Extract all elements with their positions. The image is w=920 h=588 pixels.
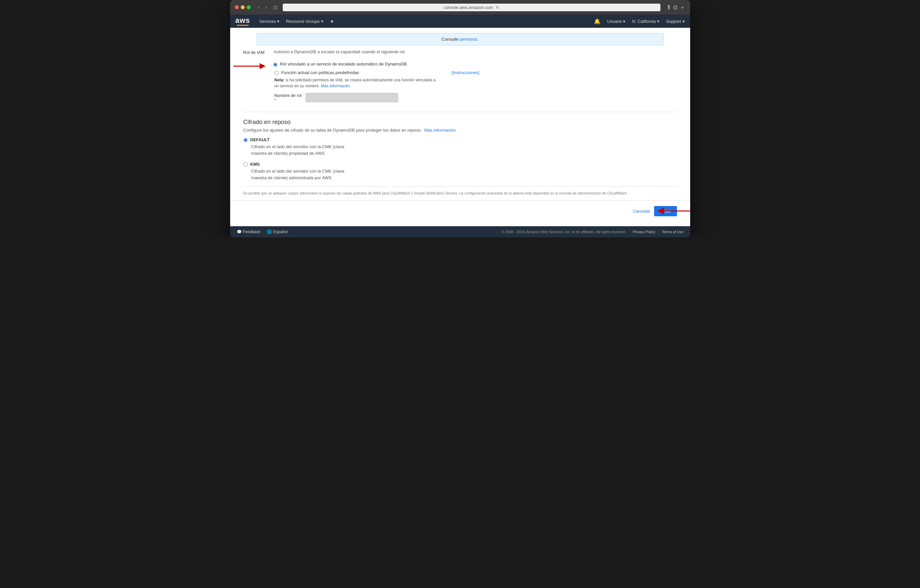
- services-chevron: ▾: [277, 19, 279, 24]
- user-chevron: ▾: [623, 19, 625, 24]
- create-button[interactable]: Crear: [654, 206, 677, 216]
- encrypt-default-row: DEFAULT: [243, 137, 677, 142]
- required-star: *: [274, 98, 301, 102]
- add-tab-button[interactable]: ＋: [680, 3, 685, 11]
- language-link[interactable]: 🌐 Español: [267, 230, 287, 234]
- permisos-link[interactable]: permisos: [460, 37, 477, 42]
- footer-note: Es posible que se apliquen cargos adicio…: [243, 186, 677, 201]
- cancel-button[interactable]: Cancelar: [633, 209, 650, 214]
- encryption-more-link[interactable]: Más información: [424, 128, 456, 133]
- kms-encryption-radio[interactable]: [243, 162, 248, 167]
- new-tab-button[interactable]: ⧉: [673, 3, 678, 11]
- action-row: Cancelar Crear: [230, 201, 690, 222]
- privacy-policy-link[interactable]: Privacy Policy: [633, 230, 655, 234]
- arrow-indicator-1: [233, 62, 267, 70]
- resource-groups-nav[interactable]: Resource Groups ▾: [286, 19, 324, 24]
- default-encryption-label[interactable]: DEFAULT: [250, 137, 270, 142]
- note-more-link[interactable]: Más información: [321, 84, 350, 88]
- address-bar[interactable]: console.aws.amazon.com ↻: [283, 4, 660, 11]
- main-content: Consulte permisos. Rol de IAM Autorizo a…: [230, 28, 690, 226]
- pin-nav[interactable]: ★: [330, 19, 334, 24]
- services-nav[interactable]: Services ▾: [259, 19, 279, 24]
- info-box-suffix: .: [477, 37, 478, 42]
- aws-navbar: aws Services ▾ Resource Groups ▾ ★ 🔔 Usu…: [230, 15, 690, 28]
- aws-wordmark: aws: [235, 17, 250, 24]
- bottom-bar: 💬 Feedback 🌐 Español © 2008 - 2019, Amaz…: [230, 226, 690, 237]
- feedback-link[interactable]: 💬 Feedback: [237, 230, 261, 234]
- role-name-label-group: Nombre de rol *: [274, 93, 301, 102]
- role-linked-radio[interactable]: [273, 63, 277, 67]
- minimize-button[interactable]: [241, 5, 245, 9]
- aws-logo: aws: [235, 17, 250, 26]
- default-encryption-radio[interactable]: [243, 138, 248, 142]
- note-text: si ha solicitado permisos de IAM, se cre…: [274, 78, 436, 88]
- instructions-link[interactable]: [Instrucciones]: [451, 70, 479, 75]
- tab-view-button[interactable]: ⊡: [271, 4, 279, 11]
- iam-section: Rol de IAM Autorizo a DynamoDB a escalar…: [230, 45, 690, 109]
- role-name-input[interactable]: [306, 93, 398, 102]
- services-label: Services: [259, 19, 276, 24]
- browser-actions: ⬆ ⧉ ＋: [666, 3, 685, 11]
- encrypt-options: DEFAULT Cifrado en el lado del servidor …: [243, 137, 677, 181]
- note-section: Nota: si ha solicitado permisos de IAM, …: [274, 77, 440, 89]
- url-text: console.aws.amazon.com: [444, 5, 493, 10]
- encrypt-kms-row: KMS: [243, 162, 677, 167]
- support-chevron: ▾: [683, 19, 685, 24]
- info-box: Consulte permisos.: [257, 33, 664, 45]
- iam-desc: Autorizo a DynamoDB a escalar la capacid…: [274, 49, 406, 54]
- globe-icon: 🌐: [267, 230, 272, 234]
- encryption-desc: Configure los ajustes de cifrado de su t…: [243, 128, 677, 133]
- note-bold: Nota:: [274, 78, 285, 83]
- region-menu[interactable]: N. California ▾: [632, 19, 659, 24]
- user-label: Usuario: [607, 19, 622, 24]
- browser-window: ‹ › ⊡ console.aws.amazon.com ↻ ⬆ ⧉ ＋ aws…: [230, 0, 690, 237]
- back-button[interactable]: ‹: [256, 4, 262, 11]
- red-arrow-icon: [233, 62, 267, 70]
- forward-button[interactable]: ›: [264, 4, 269, 11]
- browser-titlebar: ‹ › ⊡ console.aws.amazon.com ↻ ⬆ ⧉ ＋: [230, 0, 690, 15]
- default-encryption-desc: Cifrado en el lado del servidor con la C…: [251, 144, 357, 156]
- user-menu[interactable]: Usuario ▾: [607, 19, 626, 24]
- kms-encryption-desc: Cifrado en el lado del servidor con la C…: [251, 168, 357, 181]
- resource-groups-label: Resource Groups: [286, 19, 320, 24]
- support-menu[interactable]: Support ▾: [666, 19, 685, 24]
- kms-encryption-label[interactable]: KMS: [250, 162, 260, 167]
- pin-icon: ★: [330, 19, 334, 24]
- encryption-section: Cifrado en reposo Configure los ajustes …: [230, 119, 690, 181]
- chat-icon: 💬: [237, 230, 242, 234]
- copyright-text: © 2008 - 2019, Amazon Web Services, Inc.…: [501, 230, 626, 234]
- support-label: Support: [666, 19, 681, 24]
- radio-option-1-row: Rol vinculado a un servicio de escalado …: [273, 62, 677, 67]
- current-function-label[interactable]: Función actual con políticas predefinida…: [282, 70, 359, 75]
- reload-icon[interactable]: ↻: [496, 5, 499, 10]
- resource-groups-chevron: ▾: [321, 19, 324, 24]
- browser-navigation: ‹ › ⊡: [256, 4, 280, 11]
- bell-icon[interactable]: 🔔: [594, 18, 601, 24]
- role-linked-label[interactable]: Rol vinculado a un servicio de escalado …: [280, 62, 407, 66]
- terms-link[interactable]: Terms of Use: [662, 230, 684, 234]
- encrypt-default-option: DEFAULT Cifrado en el lado del servidor …: [243, 137, 677, 156]
- encryption-heading: Cifrado en reposo: [243, 119, 677, 126]
- close-button[interactable]: [235, 5, 239, 9]
- current-function-radio[interactable]: [274, 71, 279, 75]
- maximize-button[interactable]: [247, 5, 251, 9]
- encrypt-kms-option: KMS Cifrado en el lado del servidor con …: [243, 162, 677, 181]
- role-name-label: Nombre de rol: [274, 93, 301, 98]
- iam-row: Rol de IAM Autorizo a DynamoDB a escalar…: [243, 45, 677, 59]
- window-controls: [235, 5, 251, 9]
- role-name-field-row: Nombre de rol *: [274, 93, 677, 102]
- aws-logo-underline: [237, 25, 249, 26]
- share-button[interactable]: ⬆: [666, 3, 671, 11]
- region-chevron: ▾: [657, 19, 659, 24]
- radio-option-2-row: Función actual con políticas predefinida…: [274, 70, 677, 75]
- info-box-text: Consulte: [442, 37, 458, 42]
- iam-label: Rol de IAM: [243, 49, 270, 55]
- radio-section: Rol vinculado a un servicio de escalado …: [243, 59, 677, 109]
- region-label: N. California: [632, 19, 656, 24]
